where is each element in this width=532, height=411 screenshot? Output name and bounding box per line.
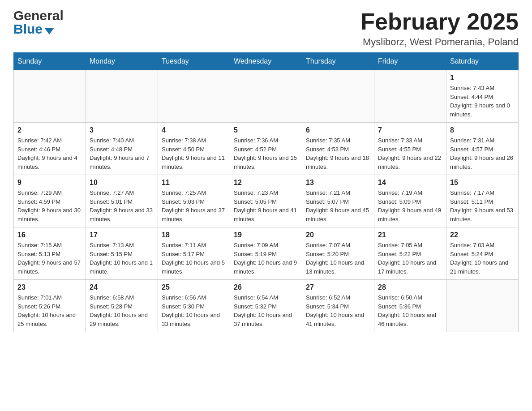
day-number: 26	[234, 283, 298, 291]
calendar-cell: 1Sunrise: 7:43 AMSunset: 4:44 PMDaylight…	[446, 70, 519, 123]
day-number: 13	[306, 179, 370, 187]
day-info: Sunrise: 7:07 AMSunset: 5:20 PMDaylight:…	[306, 241, 370, 276]
day-number: 18	[162, 231, 226, 239]
calendar-cell: 5Sunrise: 7:36 AMSunset: 4:52 PMDaylight…	[230, 123, 302, 175]
day-number: 3	[90, 126, 154, 134]
day-info: Sunrise: 7:35 AMSunset: 4:53 PMDaylight:…	[306, 136, 370, 171]
day-info: Sunrise: 6:52 AMSunset: 5:34 PMDaylight:…	[306, 293, 370, 328]
day-info: Sunrise: 7:01 AMSunset: 5:26 PMDaylight:…	[17, 293, 82, 328]
logo-arrow-icon	[44, 28, 54, 34]
day-number: 8	[450, 126, 515, 134]
day-info: Sunrise: 7:36 AMSunset: 4:52 PMDaylight:…	[234, 136, 298, 171]
calendar-table: SundayMondayTuesdayWednesdayThursdayFrid…	[13, 52, 519, 332]
page-header: General Blue February 2025 Mysliborz, We…	[13, 9, 519, 48]
day-number: 14	[378, 179, 442, 187]
day-info: Sunrise: 7:21 AMSunset: 5:07 PMDaylight:…	[306, 188, 370, 223]
calendar-cell: 4Sunrise: 7:38 AMSunset: 4:50 PMDaylight…	[158, 123, 230, 175]
day-number: 24	[90, 283, 154, 291]
day-info: Sunrise: 7:11 AMSunset: 5:17 PMDaylight:…	[162, 241, 226, 276]
day-info: Sunrise: 7:19 AMSunset: 5:09 PMDaylight:…	[378, 188, 442, 223]
day-number: 22	[450, 231, 515, 239]
calendar-cell	[158, 70, 230, 123]
logo-general-text: General	[13, 9, 64, 22]
calendar-cell: 16Sunrise: 7:15 AMSunset: 5:13 PMDayligh…	[14, 227, 86, 280]
calendar-cell: 11Sunrise: 7:25 AMSunset: 5:03 PMDayligh…	[158, 175, 230, 227]
calendar-week-4: 16Sunrise: 7:15 AMSunset: 5:13 PMDayligh…	[14, 227, 519, 280]
day-info: Sunrise: 7:17 AMSunset: 5:11 PMDaylight:…	[450, 188, 515, 223]
day-info: Sunrise: 6:54 AMSunset: 5:32 PMDaylight:…	[234, 293, 298, 328]
weekday-header-tuesday: Tuesday	[158, 53, 230, 70]
calendar-cell: 21Sunrise: 7:05 AMSunset: 5:22 PMDayligh…	[374, 227, 446, 280]
day-info: Sunrise: 7:40 AMSunset: 4:48 PMDaylight:…	[90, 136, 154, 171]
day-number: 1	[450, 74, 515, 82]
calendar-week-3: 9Sunrise: 7:29 AMSunset: 4:59 PMDaylight…	[14, 175, 519, 227]
day-number: 20	[306, 231, 370, 239]
calendar-cell: 15Sunrise: 7:17 AMSunset: 5:11 PMDayligh…	[446, 175, 519, 227]
day-number: 19	[234, 231, 298, 239]
calendar-cell: 24Sunrise: 6:58 AMSunset: 5:28 PMDayligh…	[86, 280, 158, 332]
calendar-cell: 12Sunrise: 7:23 AMSunset: 5:05 PMDayligh…	[230, 175, 302, 227]
day-number: 17	[90, 231, 154, 239]
calendar-cell: 19Sunrise: 7:09 AMSunset: 5:19 PMDayligh…	[230, 227, 302, 280]
calendar-cell: 23Sunrise: 7:01 AMSunset: 5:26 PMDayligh…	[14, 280, 86, 332]
weekday-header-sunday: Sunday	[14, 53, 86, 70]
day-number: 21	[378, 231, 442, 239]
day-number: 27	[306, 283, 370, 291]
day-info: Sunrise: 7:31 AMSunset: 4:57 PMDaylight:…	[450, 136, 515, 171]
day-number: 16	[17, 231, 82, 239]
calendar-cell	[86, 70, 158, 123]
day-info: Sunrise: 7:27 AMSunset: 5:01 PMDaylight:…	[90, 188, 154, 223]
calendar-cell: 27Sunrise: 6:52 AMSunset: 5:34 PMDayligh…	[302, 280, 374, 332]
weekday-header-wednesday: Wednesday	[230, 53, 302, 70]
calendar-header-row: SundayMondayTuesdayWednesdayThursdayFrid…	[14, 53, 519, 70]
calendar-cell: 18Sunrise: 7:11 AMSunset: 5:17 PMDayligh…	[158, 227, 230, 280]
day-info: Sunrise: 7:42 AMSunset: 4:46 PMDaylight:…	[17, 136, 82, 171]
calendar-week-2: 2Sunrise: 7:42 AMSunset: 4:46 PMDaylight…	[14, 123, 519, 175]
day-number: 2	[17, 126, 82, 134]
calendar-cell: 22Sunrise: 7:03 AMSunset: 5:24 PMDayligh…	[446, 227, 519, 280]
logo: General Blue	[13, 9, 64, 36]
calendar-week-1: 1Sunrise: 7:43 AMSunset: 4:44 PMDaylight…	[14, 70, 519, 123]
day-info: Sunrise: 6:58 AMSunset: 5:28 PMDaylight:…	[90, 293, 154, 328]
day-number: 6	[306, 126, 370, 134]
day-info: Sunrise: 7:25 AMSunset: 5:03 PMDaylight:…	[162, 188, 226, 223]
calendar-cell	[230, 70, 302, 123]
day-number: 9	[17, 179, 82, 187]
calendar-cell	[374, 70, 446, 123]
day-info: Sunrise: 7:29 AMSunset: 4:59 PMDaylight:…	[17, 188, 82, 223]
day-info: Sunrise: 7:05 AMSunset: 5:22 PMDaylight:…	[378, 241, 442, 276]
calendar-cell: 28Sunrise: 6:50 AMSunset: 5:36 PMDayligh…	[374, 280, 446, 332]
calendar-week-5: 23Sunrise: 7:01 AMSunset: 5:26 PMDayligh…	[14, 280, 519, 332]
day-number: 5	[234, 126, 298, 134]
weekday-header-saturday: Saturday	[446, 53, 519, 70]
day-info: Sunrise: 7:38 AMSunset: 4:50 PMDaylight:…	[162, 136, 226, 171]
logo-blue-text: Blue	[13, 22, 43, 36]
weekday-header-friday: Friday	[374, 53, 446, 70]
day-info: Sunrise: 6:50 AMSunset: 5:36 PMDaylight:…	[378, 293, 442, 328]
day-info: Sunrise: 7:43 AMSunset: 4:44 PMDaylight:…	[450, 84, 515, 119]
weekday-header-monday: Monday	[86, 53, 158, 70]
calendar-cell: 10Sunrise: 7:27 AMSunset: 5:01 PMDayligh…	[86, 175, 158, 227]
day-info: Sunrise: 7:03 AMSunset: 5:24 PMDaylight:…	[450, 241, 515, 276]
calendar-cell	[446, 280, 519, 332]
calendar-cell	[14, 70, 86, 123]
title-section: February 2025 Mysliborz, West Pomerania,…	[360, 9, 519, 48]
calendar-cell: 9Sunrise: 7:29 AMSunset: 4:59 PMDaylight…	[14, 175, 86, 227]
calendar-cell	[302, 70, 374, 123]
day-number: 28	[378, 283, 442, 291]
day-info: Sunrise: 7:13 AMSunset: 5:15 PMDaylight:…	[90, 241, 154, 276]
calendar-cell: 3Sunrise: 7:40 AMSunset: 4:48 PMDaylight…	[86, 123, 158, 175]
day-info: Sunrise: 7:23 AMSunset: 5:05 PMDaylight:…	[234, 188, 298, 223]
day-number: 10	[90, 179, 154, 187]
day-number: 4	[162, 126, 226, 134]
day-number: 15	[450, 179, 515, 187]
day-number: 7	[378, 126, 442, 134]
day-info: Sunrise: 7:15 AMSunset: 5:13 PMDaylight:…	[17, 241, 82, 276]
day-info: Sunrise: 6:56 AMSunset: 5:30 PMDaylight:…	[162, 293, 226, 328]
calendar-cell: 8Sunrise: 7:31 AMSunset: 4:57 PMDaylight…	[446, 123, 519, 175]
day-number: 25	[162, 283, 226, 291]
day-info: Sunrise: 7:33 AMSunset: 4:55 PMDaylight:…	[378, 136, 442, 171]
calendar-cell: 20Sunrise: 7:07 AMSunset: 5:20 PMDayligh…	[302, 227, 374, 280]
calendar-cell: 25Sunrise: 6:56 AMSunset: 5:30 PMDayligh…	[158, 280, 230, 332]
day-number: 12	[234, 179, 298, 187]
